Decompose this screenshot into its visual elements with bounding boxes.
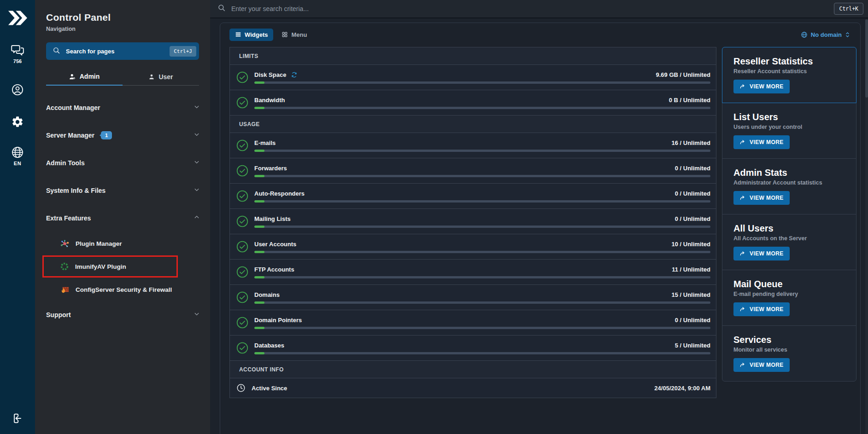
tab-widgets[interactable]: Widgets bbox=[229, 29, 273, 41]
external-link-icon bbox=[739, 362, 746, 368]
app-window: 756 EN Control Panel Na bbox=[0, 0, 868, 434]
sidebar-item-imunifyav-plugin[interactable]: ImunifyAV Plugin bbox=[35, 255, 210, 278]
tab-user[interactable]: User bbox=[123, 69, 199, 85]
sidebar-nav: Account Manager Server Manager 1 Admin T… bbox=[35, 94, 210, 329]
check-circle-icon bbox=[236, 215, 248, 227]
metric-row-databases: Databases5 / Unlimited bbox=[230, 336, 716, 361]
view-more-button[interactable]: VIEW MORE bbox=[733, 302, 790, 316]
check-circle-icon bbox=[236, 71, 248, 83]
main-area: Ctrl+K Widgets Menu No domain bbox=[210, 0, 868, 434]
progress-bar bbox=[254, 352, 710, 354]
metric-row-bandwidth: Bandwidth0 B / Unlimited bbox=[230, 90, 716, 116]
section-header-account-info: ACCOUNT INFO bbox=[230, 361, 716, 378]
check-circle-icon bbox=[236, 190, 248, 202]
chevron-down-icon bbox=[194, 186, 200, 195]
domain-selector[interactable]: No domain bbox=[801, 31, 850, 38]
sidebar-search-shortcut: Ctrl+J bbox=[170, 46, 196, 57]
refresh-icon[interactable] bbox=[291, 71, 298, 78]
global-search-shortcut: Ctrl+K bbox=[834, 3, 863, 15]
caret-updown-icon bbox=[845, 31, 850, 38]
sidebar-item-plugin-manager[interactable]: Plugin Manager bbox=[35, 232, 210, 255]
chevron-down-icon bbox=[194, 159, 200, 167]
progress-bar bbox=[254, 200, 710, 203]
card-all-users: All Users All Accounts on the Server VIE… bbox=[722, 214, 856, 270]
metric-row-ftp-accounts: FTP Accounts11 / Unlimited bbox=[230, 260, 716, 285]
chevron-down-icon bbox=[194, 131, 200, 139]
metric-row-auto-responders: Auto-Responders0 / Unlimited bbox=[230, 184, 716, 209]
metric-row-forwarders: Forwarders0 / Unlimited bbox=[230, 158, 716, 184]
section-header-usage: USAGE bbox=[230, 116, 716, 133]
tab-admin[interactable]: Admin bbox=[46, 69, 123, 86]
external-link-icon bbox=[739, 306, 746, 312]
check-circle-icon bbox=[236, 266, 248, 278]
menu-grid-icon bbox=[282, 31, 288, 38]
globe-icon bbox=[801, 31, 808, 38]
sidebar-item-configserver-firewall[interactable]: ConfigServer Security & Firewall bbox=[35, 278, 210, 301]
metric-row-emails: E-mails16 / Unlimited bbox=[230, 133, 716, 158]
check-circle-icon bbox=[236, 97, 248, 109]
account-icon[interactable] bbox=[11, 83, 24, 96]
check-circle-icon bbox=[236, 139, 248, 151]
card-list-users: List Users Users under your control VIEW… bbox=[722, 103, 856, 159]
top-search-bar: Ctrl+K bbox=[210, 0, 868, 18]
usage-widget-panel: LIMITS Disk Space 9.69 GB / Unlimited bbox=[229, 47, 716, 398]
global-search-input[interactable] bbox=[231, 5, 834, 12]
chevron-down-icon bbox=[194, 311, 200, 319]
clock-icon bbox=[236, 383, 246, 393]
progress-bar bbox=[254, 301, 710, 304]
directadmin-logo-icon[interactable] bbox=[8, 10, 27, 26]
scrollbar-thumb[interactable] bbox=[865, 19, 868, 98]
settings-gear-icon[interactable] bbox=[11, 116, 24, 128]
progress-bar bbox=[254, 226, 710, 228]
sidebar-item-system-info-files[interactable]: System Info & Files bbox=[35, 177, 210, 204]
plugin-manager-icon bbox=[60, 239, 70, 249]
sidebar-tabs: Admin User bbox=[46, 69, 199, 86]
sidebar: Control Panel Navigation Search for page… bbox=[35, 0, 210, 434]
language-globe-icon[interactable] bbox=[11, 146, 24, 159]
card-mail-queue: Mail Queue E-mail pending delivery VIEW … bbox=[722, 270, 856, 326]
logout-icon[interactable] bbox=[11, 412, 24, 425]
sidebar-search[interactable]: Search for pages Ctrl+J bbox=[46, 42, 199, 60]
check-circle-icon bbox=[236, 241, 248, 253]
chevron-down-icon bbox=[194, 104, 200, 112]
page-title: Control Panel bbox=[46, 12, 199, 23]
sidebar-search-label: Search for pages bbox=[66, 48, 170, 55]
progress-bar bbox=[254, 150, 710, 152]
progress-bar bbox=[254, 327, 710, 329]
sidebar-item-admin-tools[interactable]: Admin Tools bbox=[35, 149, 210, 177]
metric-row-user-accounts: User Accounts10 / Unlimited bbox=[230, 234, 716, 260]
dashboard-toolbar: Widgets Menu No domain bbox=[229, 28, 856, 41]
search-icon bbox=[53, 46, 60, 56]
sidebar-item-support[interactable]: Support bbox=[35, 301, 210, 329]
icon-rail: 756 EN bbox=[0, 0, 35, 434]
progress-bar bbox=[254, 276, 710, 278]
view-more-button[interactable]: VIEW MORE bbox=[733, 191, 790, 205]
tab-menu[interactable]: Menu bbox=[276, 29, 312, 41]
scrollbar-track[interactable] bbox=[865, 19, 868, 434]
dashboard-card: Widgets Menu No domain LIMIT bbox=[220, 23, 861, 434]
metric-row-domain-pointers: Domain Pointers0 / Unlimited bbox=[230, 310, 716, 336]
view-more-button[interactable]: VIEW MORE bbox=[733, 358, 790, 372]
section-header-limits: LIMITS bbox=[230, 47, 716, 65]
view-more-button[interactable]: VIEW MORE bbox=[733, 135, 790, 149]
view-more-button[interactable]: VIEW MORE bbox=[733, 80, 790, 93]
imunifyav-icon bbox=[60, 262, 69, 271]
progress-bar bbox=[254, 107, 710, 109]
view-more-button[interactable]: VIEW MORE bbox=[733, 247, 790, 260]
card-reseller-statistics: Reseller Statistics Reseller Account sta… bbox=[722, 47, 856, 103]
messages-icon[interactable] bbox=[11, 44, 24, 56]
admin-user-icon bbox=[69, 73, 76, 80]
configserver-firewall-icon bbox=[60, 285, 70, 295]
sidebar-item-server-manager[interactable]: Server Manager 1 bbox=[35, 122, 210, 149]
external-link-icon bbox=[739, 83, 746, 90]
progress-bar bbox=[254, 81, 710, 84]
metric-row-domains: Domains15 / Unlimited bbox=[230, 285, 716, 310]
content: Widgets Menu No domain LIMIT bbox=[210, 18, 868, 434]
metric-row-disk-space: Disk Space 9.69 GB / Unlimited bbox=[230, 65, 716, 90]
language-code: EN bbox=[14, 161, 21, 166]
card-services: Services Monitor all services VIEW MORE bbox=[722, 325, 856, 382]
sidebar-item-extra-features[interactable]: Extra Features bbox=[35, 204, 210, 232]
sidebar-subtitle: Navigation bbox=[46, 26, 199, 32]
metric-row-mailing-lists: Mailing Lists0 / Unlimited bbox=[230, 209, 716, 234]
sidebar-item-account-manager[interactable]: Account Manager bbox=[35, 94, 210, 122]
